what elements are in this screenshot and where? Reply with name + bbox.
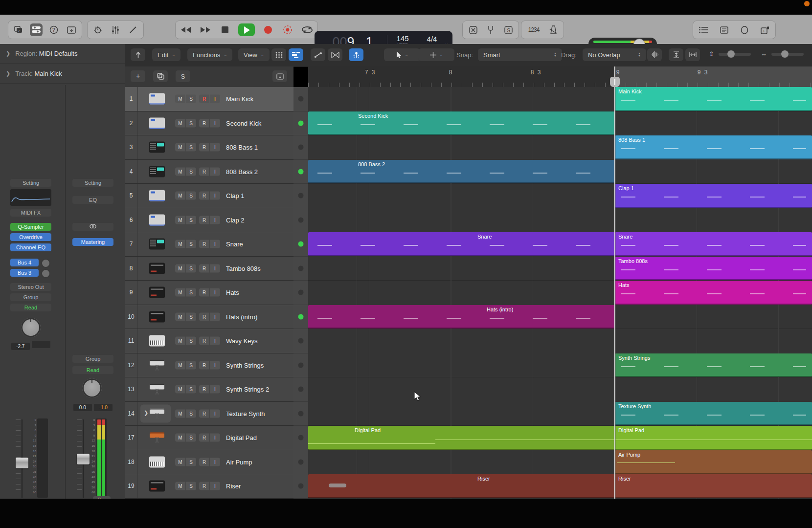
track-i-button[interactable]: I [210, 240, 220, 248]
vertical-zoom-thumb[interactable] [727, 50, 735, 58]
add-track-button[interactable]: ＋ [131, 70, 145, 82]
track-r-button[interactable]: R [199, 409, 209, 418]
track-r-button[interactable]: R [199, 458, 209, 466]
mute-off-icon[interactable] [467, 23, 479, 36]
duplicate-track-button[interactable] [153, 70, 168, 82]
track-s-button[interactable]: S [186, 264, 196, 272]
catch-playhead-icon[interactable] [349, 48, 363, 61]
region-snare[interactable]: Snare [308, 232, 615, 256]
track-m-button[interactable]: M [175, 482, 185, 490]
strip1-gain-value[interactable] [32, 341, 50, 348]
drag-dropdown[interactable]: No Overlap▲▼ [583, 48, 646, 61]
track-name[interactable]: Synth Strings 2 [226, 386, 269, 393]
waveform-zoom-icon[interactable] [647, 48, 662, 61]
track-i-button[interactable]: I [210, 192, 220, 200]
track-name[interactable]: Air Pump [226, 458, 252, 465]
count-in-button[interactable]: 1234 [525, 23, 542, 36]
solo-icon[interactable]: S [502, 23, 515, 36]
track-m-button[interactable]: M [175, 409, 185, 418]
track-name[interactable]: 808 Bass 2 [226, 168, 258, 175]
track-name[interactable]: Riser [226, 483, 241, 490]
track-name[interactable]: Second Kick [226, 119, 261, 127]
cycle-button[interactable] [301, 23, 314, 36]
track-name[interactable]: Tambo 808s [226, 264, 261, 272]
chevron-right-icon[interactable]: ❯ [144, 409, 148, 416]
strip1-setting-button[interactable]: Setting [10, 179, 51, 187]
track-s-button[interactable]: S [186, 216, 196, 224]
region-hats-intro-[interactable]: Hats (intro) [308, 305, 615, 329]
region-texture-synth[interactable]: Texture Synth [615, 402, 812, 426]
note-pads-icon[interactable] [718, 23, 730, 36]
strip2-pan-knob[interactable] [82, 378, 102, 398]
inspector-toggle-icon[interactable] [30, 23, 43, 36]
track-s-button[interactable]: S [186, 192, 196, 200]
strip2-automation-button[interactable]: Read [72, 366, 113, 374]
forward-button[interactable] [199, 23, 212, 36]
track-s-button[interactable]: S [186, 482, 196, 490]
track-m-button[interactable]: M [175, 192, 185, 200]
vertical-auto-zoom-icon[interactable] [669, 48, 683, 61]
send-level-knob[interactable] [41, 269, 50, 278]
track-name[interactable]: Synth Strings [226, 361, 264, 369]
view-menu[interactable]: View⌄ [238, 48, 270, 61]
track-i-button[interactable]: I [210, 216, 220, 224]
track-m-button[interactable]: M [175, 434, 185, 442]
snap-dropdown[interactable]: Smart▲▼ [478, 48, 562, 61]
track-header-row[interactable]: 4MSRI808 Bass 2 [125, 160, 293, 184]
track-m-button[interactable]: M [175, 312, 185, 321]
track-header-row[interactable]: 3MSRI808 Bass 1 [125, 135, 293, 160]
track-name[interactable]: Snare [226, 241, 243, 248]
quick-help-icon[interactable]: ? [47, 23, 60, 36]
track-r-button[interactable]: R [199, 95, 209, 103]
region-digital-pad[interactable]: Digital Pad [308, 426, 615, 450]
record-button[interactable] [262, 23, 274, 36]
plugin-slot-overdrive[interactable]: Overdrive [10, 233, 51, 241]
track-name[interactable]: Texture Synth [226, 410, 265, 417]
track-i-button[interactable]: I [210, 264, 220, 272]
track-header-row[interactable]: 9MSRIHats [125, 281, 293, 305]
track-header-row[interactable]: 8MSRITambo 808s [125, 257, 293, 281]
strip2-fader[interactable] [80, 419, 87, 498]
track-header-row[interactable]: 10MSRIHats (intro) [125, 305, 293, 330]
strip2-eq-slot[interactable]: EQ [72, 196, 113, 204]
command-tool-menu[interactable]: ⌄ [418, 48, 454, 61]
track-s-button[interactable]: S [186, 240, 196, 248]
track-s-button[interactable]: S [186, 288, 196, 297]
track-m-button[interactable]: M [175, 167, 185, 176]
region-main-kick[interactable]: Main Kick [615, 87, 812, 111]
track-m-button[interactable]: M [175, 361, 185, 369]
strip2-fader-cap[interactable] [77, 454, 90, 464]
track-header-row[interactable]: 17MSRIDigital Pad [125, 426, 293, 450]
track-m-button[interactable]: M [175, 288, 185, 297]
track-s-button[interactable]: S [186, 385, 196, 394]
track-header-row[interactable]: 14❯MSRITexture Synth [125, 402, 293, 426]
play-button[interactable] [238, 23, 255, 36]
track-header-row[interactable]: 7MSRISnare [125, 232, 293, 257]
track-m-button[interactable]: M [175, 240, 185, 248]
send-bus-button[interactable]: Bus 3 [10, 269, 39, 277]
pencil-tool-icon[interactable] [127, 23, 139, 36]
track-i-button[interactable]: I [210, 288, 220, 297]
mixer-levels-icon[interactable] [109, 23, 122, 36]
strip2-setting-button[interactable]: Setting [72, 179, 113, 187]
media-browser-icon[interactable]: ♪ [759, 23, 771, 36]
track-m-button[interactable]: M [175, 95, 185, 103]
track-r-button[interactable]: R [199, 143, 209, 152]
strip2-stereo-format-button[interactable] [72, 223, 113, 231]
edit-menu[interactable]: Edit⌄ [152, 48, 180, 61]
rewind-button[interactable] [180, 23, 192, 36]
track-header-row[interactable]: 12MSRISynth Strings [125, 353, 293, 378]
track-name[interactable]: Main Kick [226, 95, 253, 103]
track-s-button[interactable]: S [186, 458, 196, 466]
toolbar-toggle-icon[interactable] [65, 23, 78, 36]
strip1-pan-knob[interactable] [21, 318, 41, 337]
track-i-button[interactable]: I [210, 312, 220, 321]
strip2-group-button[interactable]: Group [72, 355, 113, 363]
track-name[interactable]: Wavy Keys [226, 337, 258, 345]
track-s-button[interactable]: S [186, 434, 196, 442]
track-header-row[interactable]: 13MSRISynth Strings 2 [125, 377, 293, 402]
horizontal-auto-zoom-icon[interactable] [685, 48, 700, 61]
playhead-handle[interactable] [610, 77, 620, 87]
automation-icon[interactable] [311, 48, 325, 61]
strip1-volume-value[interactable]: -2.7 [11, 343, 30, 350]
